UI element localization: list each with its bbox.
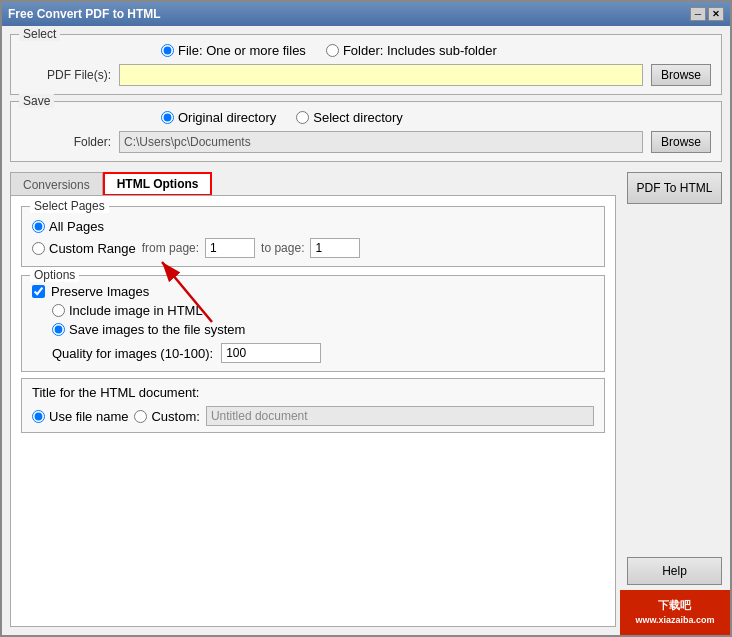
include-image-html-label: Include image in HTML [69,303,203,318]
select-label: Select [19,27,60,41]
folder-input[interactable] [119,131,643,153]
folder-option-label: Folder: Includes sub-folder [343,43,497,58]
title-section-label: Title for the HTML document: [32,385,199,400]
pdf-field-row: PDF File(s): Browse [21,64,711,86]
folder-option[interactable]: Folder: Includes sub-folder [326,43,497,58]
tabs-area: Conversions HTML Options [10,172,616,196]
to-page-input[interactable] [310,238,360,258]
watermark: 下载吧www.xiazaiba.com [620,590,730,635]
to-page-label: to page: [261,241,304,255]
save-images-fs-label: Save images to the file system [69,322,245,337]
options-label: Options [30,268,79,282]
select-dir-radio[interactable] [296,111,309,124]
use-file-name-radio[interactable] [32,410,45,423]
file-option-label: File: One or more files [178,43,306,58]
tab-conversions[interactable]: Conversions [10,172,103,196]
browse-folder-button[interactable]: Browse [651,131,711,153]
file-option[interactable]: File: One or more files [161,43,306,58]
from-page-label: from page: [142,241,199,255]
title-options-row: Use file name Custom: [32,406,594,426]
file-radio[interactable] [161,44,174,57]
pdf-label: PDF File(s): [21,68,111,82]
quality-row: Quality for images (10-100): [32,343,594,363]
all-pages-option[interactable]: All Pages [32,219,104,234]
minimize-button[interactable]: ─ [690,7,706,21]
original-dir-radio[interactable] [161,111,174,124]
include-image-html-option[interactable]: Include image in HTML [52,303,203,318]
quality-input[interactable] [221,343,321,363]
main-area: Conversions HTML Options Select Pages [10,168,722,627]
all-pages-label: All Pages [49,219,104,234]
original-dir-label: Original directory [178,110,276,125]
quality-label: Quality for images (10-100): [52,346,213,361]
preserve-images-checkbox[interactable] [32,285,45,298]
from-page-input[interactable] [205,238,255,258]
all-pages-radio[interactable] [32,220,45,233]
save-label: Save [19,94,54,108]
original-dir-option[interactable]: Original directory [161,110,276,125]
include-image-html-row: Include image in HTML [32,303,594,318]
close-button[interactable]: ✕ [708,7,724,21]
help-button[interactable]: Help [627,557,722,585]
all-pages-row: All Pages [32,219,594,234]
folder-field-row: Folder: Browse [21,131,711,153]
left-panel: Conversions HTML Options Select Pages [10,168,616,627]
custom-range-radio[interactable] [32,242,45,255]
include-image-html-radio[interactable] [52,304,65,317]
preserve-images-label: Preserve Images [51,284,149,299]
select-dir-option[interactable]: Select directory [296,110,403,125]
file-type-row: File: One or more files Folder: Includes… [21,43,711,58]
custom-range-label: Custom Range [49,241,136,256]
save-section: Save Original directory Select directory… [10,101,722,162]
preserve-images-row: Preserve Images [32,284,594,299]
select-section: Select File: One or more files Folder: I… [10,34,722,95]
title-section: Title for the HTML document: Use file na… [21,378,605,433]
window-title: Free Convert PDF to HTML [8,7,161,21]
select-dir-label: Select directory [313,110,403,125]
save-images-fs-radio[interactable] [52,323,65,336]
save-images-fs-option[interactable]: Save images to the file system [52,322,245,337]
window-controls: ─ ✕ [690,7,724,21]
use-file-name-option[interactable]: Use file name [32,409,128,424]
use-file-name-label: Use file name [49,409,128,424]
browse-pdf-button[interactable]: Browse [651,64,711,86]
tab-content: Select Pages All Pages Custom Range [10,195,616,627]
custom-title-radio[interactable] [134,410,147,423]
select-pages-label: Select Pages [30,199,109,213]
dir-type-row: Original directory Select directory [21,110,711,125]
custom-title-label: Custom: [151,409,199,424]
tab-html-options[interactable]: HTML Options [103,172,213,196]
folder-radio[interactable] [326,44,339,57]
options-section: Options Preserve Images Include image in… [21,275,605,372]
title-bar: Free Convert PDF to HTML ─ ✕ [2,2,730,26]
custom-title-option[interactable]: Custom: [134,409,199,424]
custom-range-row: Custom Range from page: to page: [32,238,594,258]
select-pages-section: Select Pages All Pages Custom Range [21,206,605,267]
custom-range-option[interactable]: Custom Range [32,241,136,256]
folder-label: Folder: [21,135,111,149]
custom-title-input[interactable] [206,406,594,426]
save-images-fs-row: Save images to the file system [32,322,594,337]
title-section-header: Title for the HTML document: [32,385,594,400]
pdf-input[interactable] [119,64,643,86]
pdf-to-html-button[interactable]: PDF To HTML [627,172,722,204]
